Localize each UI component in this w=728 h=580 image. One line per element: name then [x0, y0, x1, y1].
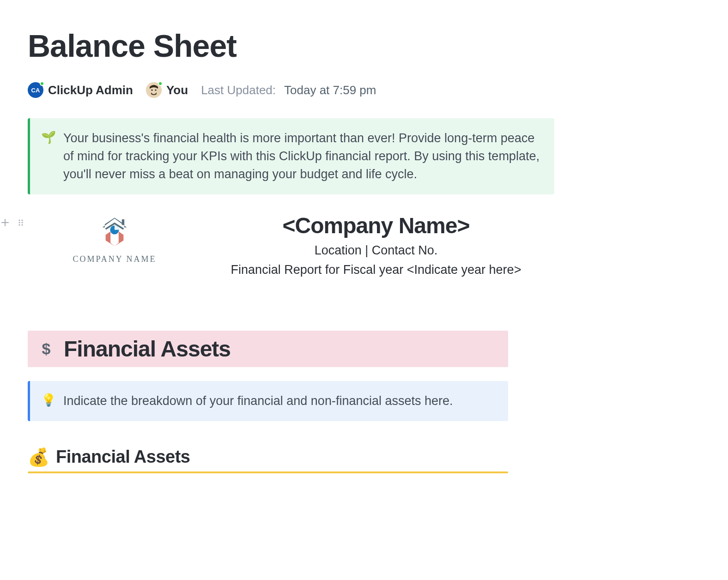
intro-callout-text: Your business's financial health is more… [63, 129, 540, 183]
svg-point-4 [21, 220, 23, 221]
add-block-button[interactable] [1, 218, 9, 228]
block-controls [1, 218, 23, 228]
intro-callout: 🌱 Your business's financial health is mo… [28, 118, 554, 194]
breakdown-callout: 💡 Indicate the breakdown of your financi… [28, 381, 508, 421]
svg-point-6 [21, 222, 23, 224]
company-block: COMPANY NAME <Company Name> Location | C… [31, 213, 554, 280]
svg-point-1 [151, 89, 152, 91]
meta-row: CA ClickUp Admin You Last Updated: Today… [28, 82, 554, 98]
dollar-icon: $ [36, 339, 56, 359]
sub-financial-assets: 💰 Financial Assets [28, 447, 554, 467]
company-block-row: COMPANY NAME <Company Name> Location | C… [1, 213, 554, 280]
avatar-initials: CA [31, 87, 40, 94]
company-name-heading[interactable]: <Company Name> [198, 213, 554, 238]
svg-point-8 [21, 224, 23, 226]
avatar-you [146, 82, 162, 98]
presence-dot-icon [40, 81, 44, 86]
svg-point-2 [155, 89, 156, 91]
company-location-line[interactable]: Location | Contact No. [198, 241, 554, 260]
svg-text:$: $ [42, 340, 51, 357]
svg-point-7 [18, 224, 20, 226]
moneybag-icon: 💰 [28, 448, 49, 466]
svg-point-3 [18, 220, 20, 221]
svg-rect-9 [122, 219, 124, 225]
financial-assets-title: Financial Assets [64, 336, 231, 362]
last-updated-value: Today at 7:59 pm [284, 83, 376, 97]
bulb-icon: 💡 [41, 394, 56, 410]
plus-icon [1, 218, 9, 227]
company-logo-icon [94, 217, 135, 249]
financial-assets-header: $ Financial Assets [28, 331, 508, 367]
last-updated-label: Last Updated: [201, 83, 276, 97]
avatar-admin: CA [28, 82, 43, 98]
page-title: Balance Sheet [28, 28, 554, 64]
company-logo: COMPANY NAME [59, 213, 170, 264]
company-report-line[interactable]: Financial Report for Fiscal year <Indica… [198, 260, 554, 280]
logo-caption: COMPANY NAME [59, 254, 170, 264]
user-you[interactable]: You [146, 82, 188, 98]
seedling-icon: 🌱 [41, 131, 56, 183]
drag-handle[interactable] [17, 218, 25, 228]
company-info: <Company Name> Location | Contact No. Fi… [198, 213, 554, 280]
user-you-name: You [166, 83, 188, 97]
sub-financial-assets-title: Financial Assets [56, 447, 190, 467]
breakdown-callout-text: Indicate the breakdown of your financial… [63, 392, 453, 410]
section-underline [28, 471, 508, 473]
svg-point-5 [18, 222, 20, 224]
user-admin[interactable]: CA ClickUp Admin [28, 82, 133, 98]
drag-handle-icon [17, 218, 25, 227]
user-admin-name: ClickUp Admin [48, 83, 133, 97]
presence-dot-icon [158, 81, 163, 86]
